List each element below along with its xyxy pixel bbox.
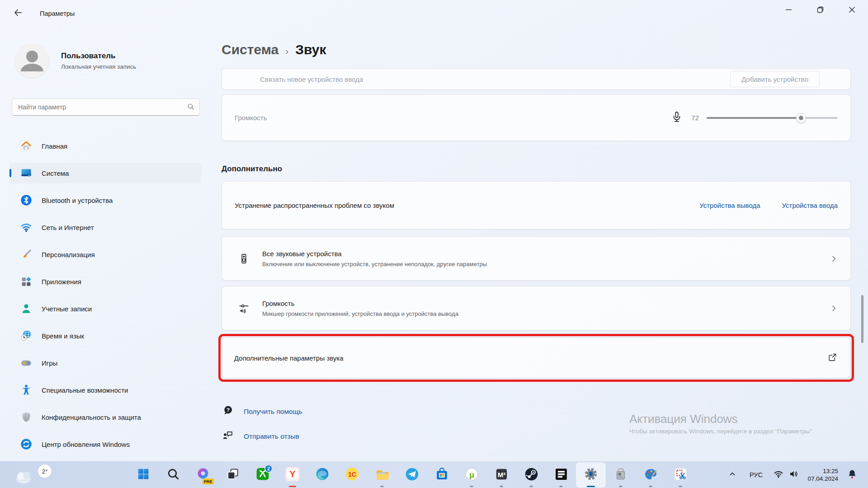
folder-icon — [374, 466, 390, 483]
sidebar-item-apps[interactable]: Приложения — [9, 271, 201, 292]
start-button[interactable] — [128, 462, 158, 488]
telegram-icon — [405, 467, 420, 483]
back-arrow-icon — [13, 8, 23, 19]
printer-button[interactable] — [606, 462, 636, 488]
sidebar-item-network[interactable]: Сеть и Интернет — [9, 217, 201, 238]
sidebar-item-personalization[interactable]: Персонализация — [9, 244, 201, 265]
microphone-icon[interactable] — [670, 110, 684, 126]
advanced-sound-settings-row[interactable]: Дополнительные параметры звука — [222, 338, 850, 378]
taskbar-search-button[interactable] — [158, 462, 188, 488]
sidebar-item-time-language[interactable]: Время и язык — [9, 325, 201, 346]
xbox-button[interactable]: 2 — [248, 462, 278, 488]
steam-button[interactable] — [516, 462, 546, 488]
sidebar-item-windows-update[interactable]: Центр обновления Windows — [9, 434, 201, 455]
gamepad-icon — [20, 357, 33, 369]
temperature-badge: 2° — [38, 465, 52, 478]
volume-slider[interactable] — [707, 113, 838, 123]
all-sound-devices-row[interactable]: Все звуковые устройства Включение или вы… — [222, 236, 851, 281]
sidebar-item-accounts[interactable]: Учетные записи — [9, 298, 201, 319]
settings-button[interactable] — [576, 462, 606, 488]
sidebar-item-accessibility[interactable]: Специальные возможности — [9, 380, 201, 400]
weather-widget[interactable]: 2° — [12, 463, 71, 487]
profile[interactable]: Пользователь Локальная учетная запись — [15, 43, 208, 78]
m2-app-icon: M² — [494, 467, 509, 483]
task-view-button[interactable] — [218, 462, 248, 488]
restore-button[interactable] — [807, 0, 833, 21]
minimize-button[interactable] — [776, 0, 801, 21]
1c-button[interactable]: 1С — [337, 462, 367, 488]
sidebar-item-label: Система — [42, 169, 69, 177]
telegram-button[interactable] — [397, 462, 427, 488]
sidebar-nav: Главная Система Bluetooth и устройства С… — [0, 136, 208, 455]
m2-app-button[interactable]: M² — [486, 462, 516, 488]
network-volume-button[interactable] — [771, 465, 801, 485]
breadcrumb-parent[interactable]: Система — [222, 42, 278, 57]
bell-icon — [847, 469, 858, 481]
send-feedback-link[interactable]: Отправить отзыв — [222, 429, 299, 443]
brush-icon — [20, 248, 33, 261]
sidebar-item-system[interactable]: Система — [9, 163, 201, 183]
sidebar-item-label: Приложения — [42, 278, 81, 286]
search-icon — [166, 467, 180, 483]
input-devices-link[interactable]: Устройства ввода — [782, 202, 838, 209]
clock[interactable]: 13:25 07.04.2024 — [807, 465, 838, 485]
utorrent-button[interactable]: µ — [457, 462, 486, 488]
sidebar-item-label: Учетные записи — [42, 305, 92, 313]
sidebar-item-gaming[interactable]: Игры — [9, 352, 201, 373]
svg-text:Y: Y — [289, 469, 295, 479]
sidebar-item-label: Персонализация — [42, 251, 95, 258]
copilot-button[interactable]: PRE — [188, 462, 218, 488]
paint-icon — [643, 467, 658, 483]
bluetooth-icon — [20, 194, 33, 206]
update-icon — [20, 438, 33, 450]
output-devices-link[interactable]: Устройства вывода — [699, 202, 760, 209]
file-explorer-button[interactable] — [367, 462, 397, 488]
section-title: Дополнительно — [222, 164, 851, 174]
sidebar: Пользователь Локальная учетная запись Гл… — [0, 27, 208, 461]
chevron-up-icon — [728, 469, 737, 480]
gear-icon — [583, 466, 599, 483]
wifi-icon — [773, 469, 784, 481]
scrollbar-thumb[interactable] — [861, 295, 863, 343]
breadcrumb: Система › Звук — [222, 42, 851, 57]
add-device-button[interactable]: Добавить устройство — [730, 71, 820, 87]
slider-thumb[interactable] — [796, 113, 806, 123]
steam-icon — [524, 467, 539, 483]
troubleshoot-row: Устранение распространенных проблем со з… — [222, 181, 851, 230]
avatar — [15, 43, 49, 78]
task-view-icon — [226, 467, 240, 483]
copilot-pre-badge: PRE — [203, 479, 214, 484]
settings-window: Параметры Пользователь Локальная учетная… — [0, 0, 868, 461]
close-button[interactable] — [839, 0, 864, 21]
tray-time: 13:25 — [807, 467, 838, 475]
sidebar-item-label: Сеть и Интернет — [42, 224, 94, 231]
close-icon — [849, 6, 855, 15]
svg-text:µ: µ — [469, 469, 474, 479]
taskbar: 2° PRE 2 Y 1С — [0, 461, 868, 488]
notifications-button[interactable] — [844, 465, 861, 485]
home-icon — [20, 140, 33, 152]
back-button[interactable] — [9, 5, 27, 22]
snipping-tool-button[interactable] — [665, 462, 695, 488]
svg-text:M²: M² — [497, 470, 505, 478]
volume-mixer-row[interactable]: Громкость Микшер громкости приложений, у… — [222, 286, 851, 330]
sidebar-item-privacy[interactable]: Конфиденциальность и защита — [9, 407, 201, 427]
utorrent-icon: µ — [464, 467, 479, 483]
nes-app-button[interactable] — [546, 462, 576, 488]
sidebar-item-bluetooth[interactable]: Bluetooth и устройства — [9, 190, 201, 211]
paint-button[interactable] — [636, 462, 665, 488]
get-help-link[interactable]: ? Получить помощь — [222, 404, 302, 418]
chevron-right-icon — [830, 305, 838, 312]
shield-icon — [20, 411, 33, 423]
tray-overflow-button[interactable] — [724, 465, 741, 485]
sidebar-item-home[interactable]: Главная — [9, 136, 201, 156]
snipping-tool-icon — [673, 467, 688, 483]
search-box — [12, 99, 200, 116]
search-input[interactable] — [12, 99, 200, 116]
language-indicator[interactable]: РУС — [744, 465, 768, 485]
feedback-icon — [222, 429, 234, 443]
microsoft-store-button[interactable] — [427, 462, 457, 488]
time-language-icon — [20, 329, 33, 342]
yandex-browser-button[interactable]: Y — [278, 462, 307, 488]
edge-button[interactable] — [307, 462, 337, 488]
